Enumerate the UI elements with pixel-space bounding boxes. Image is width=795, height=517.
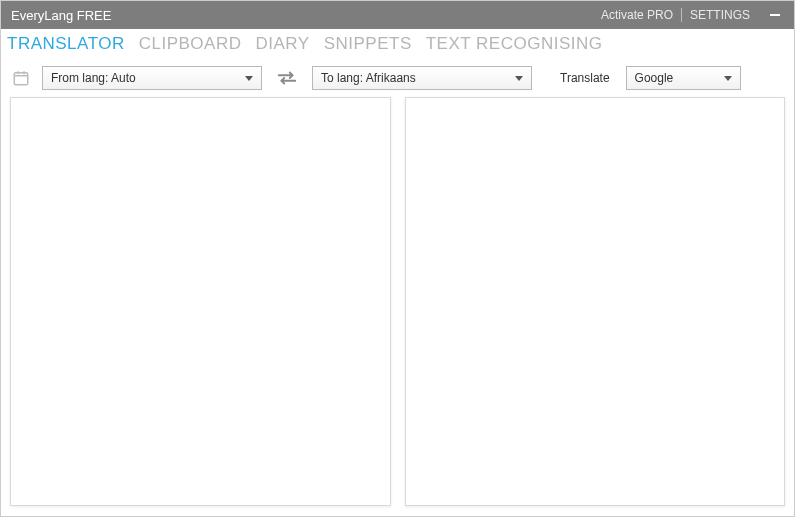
tab-clipboard[interactable]: CLIPBOARD xyxy=(139,34,242,54)
svg-rect-0 xyxy=(14,73,28,85)
history-button[interactable] xyxy=(10,67,32,89)
tab-translator[interactable]: TRANSLATOR xyxy=(7,34,125,54)
source-pane xyxy=(10,97,391,506)
to-language-label: To lang: Afrikaans xyxy=(321,71,416,85)
translator-controls: From lang: Auto To lang: Afrikaans Trans… xyxy=(1,59,794,97)
translation-panes xyxy=(1,97,794,517)
swap-icon xyxy=(276,70,298,86)
chevron-down-icon xyxy=(724,71,732,85)
settings-link[interactable]: SETTINGS xyxy=(682,8,758,22)
from-language-label: From lang: Auto xyxy=(51,71,136,85)
swap-languages-button[interactable] xyxy=(272,66,302,90)
minimize-button[interactable] xyxy=(764,5,786,25)
titlebar-right: Activate PRO SETTINGS xyxy=(593,5,786,25)
calendar-icon xyxy=(12,69,30,87)
chevron-down-icon xyxy=(245,71,253,85)
target-text-output[interactable] xyxy=(406,98,785,505)
tab-text-recognising[interactable]: TEXT RECOGNISING xyxy=(426,34,603,54)
minimize-icon xyxy=(770,14,780,16)
titlebar: EveryLang FREE Activate PRO SETTINGS xyxy=(1,1,794,29)
tab-diary[interactable]: DIARY xyxy=(255,34,309,54)
chevron-down-icon xyxy=(515,71,523,85)
tab-bar: TRANSLATOR CLIPBOARD DIARY SNIPPETS TEXT… xyxy=(1,29,794,59)
from-language-select[interactable]: From lang: Auto xyxy=(42,66,262,90)
target-pane xyxy=(405,97,786,506)
source-text-input[interactable] xyxy=(11,98,390,505)
activate-pro-link[interactable]: Activate PRO xyxy=(593,8,681,22)
window-title: EveryLang FREE xyxy=(11,8,593,23)
translate-engine-value: Google xyxy=(635,71,674,85)
tab-snippets[interactable]: SNIPPETS xyxy=(324,34,412,54)
to-language-select[interactable]: To lang: Afrikaans xyxy=(312,66,532,90)
translate-engine-select[interactable]: Google xyxy=(626,66,741,90)
translate-engine-label: Translate xyxy=(560,71,610,85)
